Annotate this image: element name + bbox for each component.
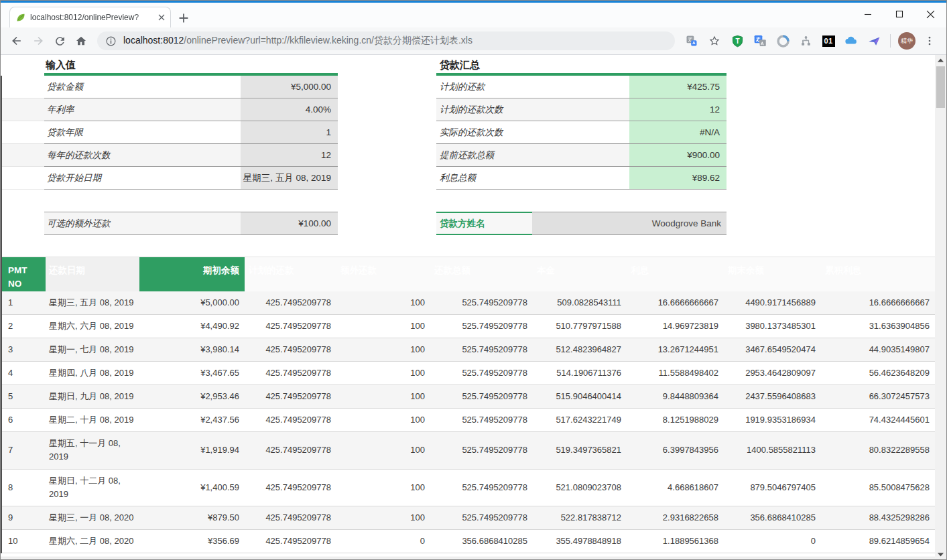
- shield-extension-icon[interactable]: T: [729, 32, 746, 50]
- cell-principal: 510.7797971588: [533, 314, 627, 338]
- extra-payment-label: 可选的额外还款: [44, 212, 241, 235]
- sitemap-extension-icon[interactable]: [797, 32, 814, 50]
- cell-interest: 2.9316822658: [627, 506, 724, 529]
- cell-cumulative-interest: 89.6214859654: [821, 530, 935, 553]
- cell-ending-balance: 4490.9171456889: [724, 291, 821, 315]
- cell-interest: 13.2671244951: [627, 338, 724, 361]
- row-gutter: [2, 76, 44, 98]
- row-gutter: [2, 98, 44, 121]
- cell-extra-payment: 100: [336, 385, 430, 409]
- cell-extra-payment: 100: [336, 291, 430, 315]
- menu-kebab-icon[interactable]: [921, 32, 938, 50]
- swirl-extension-icon[interactable]: [774, 32, 792, 50]
- profile-avatar[interactable]: 精华: [898, 32, 916, 50]
- cell-interest: 1.1889561368: [627, 530, 724, 553]
- back-button[interactable]: [6, 30, 27, 52]
- url-host: localhost:8012: [123, 35, 184, 46]
- cell-beginning-balance: ¥356.69: [139, 530, 245, 553]
- browser-tab[interactable]: localhost:8012/onlinePreview?: [9, 7, 171, 27]
- cell-pmt-no: 9: [2, 506, 46, 529]
- input-row-value: ¥5,000.00: [241, 76, 338, 98]
- input-section-title: 输入值: [46, 59, 76, 72]
- header-scheduled-payment: 计划的还款: [245, 257, 336, 291]
- cell-principal: 512.4823964827: [533, 338, 627, 361]
- cell-cumulative-interest: 16.6666666667: [821, 291, 935, 315]
- row-gutter: [2, 167, 44, 190]
- vertical-scrollbar[interactable]: [935, 55, 946, 560]
- cell-pmt-no: 4: [2, 361, 46, 384]
- schedule-row: 1 星期三, 五月 08, 2019 ¥5,000.00 425.7495209…: [2, 291, 935, 315]
- cell-payment-date: 星期日, 十二月 08, 2019: [46, 469, 139, 506]
- section-gap: [338, 121, 436, 144]
- google-translate-extension-icon[interactable]: [751, 32, 769, 50]
- maximize-button[interactable]: [883, 3, 915, 25]
- home-button[interactable]: [70, 30, 92, 52]
- cell-ending-balance: 879.5046797405: [724, 469, 821, 506]
- input-section-underline: [44, 73, 338, 76]
- cell-extra-payment: 100: [336, 361, 430, 384]
- tab-close-icon[interactable]: [158, 14, 165, 21]
- minimize-button[interactable]: [852, 3, 883, 25]
- scroll-thumb[interactable]: [936, 66, 945, 108]
- cell-cumulative-interest: 44.9035149807: [821, 338, 935, 361]
- cell-interest: 4.668618607: [627, 469, 724, 506]
- schedule-row: 9 星期三, 一月 08, 2020 ¥879.50 425.749520977…: [2, 506, 935, 529]
- leaf-favicon-icon: [15, 12, 26, 23]
- badge-01-extension-icon[interactable]: 01: [820, 32, 837, 50]
- close-button[interactable]: [915, 3, 946, 25]
- cell-ending-balance: 2953.4642809097: [724, 361, 821, 384]
- cell-pmt-no: 5: [2, 385, 46, 409]
- cell-ending-balance: 1919.9353186934: [724, 409, 821, 432]
- cell-beginning-balance: ¥3,467.65: [139, 361, 245, 384]
- summary-row-label: 计划的还款次数: [436, 98, 629, 121]
- cell-extra-payment: 100: [336, 432, 430, 469]
- cell-pmt-no: 7: [2, 432, 46, 469]
- cell-beginning-balance: ¥3,980.14: [139, 338, 245, 361]
- window-controls: [852, 3, 946, 25]
- bird-extension-icon[interactable]: [865, 32, 883, 50]
- cell-extra-payment: 100: [336, 506, 430, 529]
- input-row-label: 年利率: [44, 98, 241, 121]
- page-translate-icon[interactable]: [683, 32, 700, 50]
- schedule-row: 8 星期日, 十二月 08, 2019 ¥1,400.59 425.749520…: [2, 469, 935, 506]
- cell-principal: 515.9046400414: [533, 385, 627, 409]
- cell-pmt-no: 10: [2, 530, 46, 553]
- forward-button[interactable]: [27, 30, 49, 52]
- scroll-up-icon[interactable]: [935, 55, 946, 66]
- cell-total-payment: 525.7495209778: [430, 291, 533, 315]
- blank-row: [2, 190, 936, 212]
- cell-scheduled-payment: 425.7495209778: [245, 314, 336, 338]
- cell-total-payment: 525.7495209778: [430, 506, 533, 529]
- cell-ending-balance: 2437.5596408683: [724, 385, 821, 409]
- scroll-down-icon[interactable]: [935, 549, 946, 560]
- address-bar[interactable]: localhost:8012/onlinePreview?url=http://…: [97, 31, 675, 50]
- schedule-body: 1 星期三, 五月 08, 2019 ¥5,000.00 425.7495209…: [2, 291, 935, 553]
- cell-cumulative-interest: 88.4325298286: [821, 506, 935, 529]
- input-row-value: 12: [241, 144, 338, 167]
- section-gap: [338, 76, 436, 98]
- cell-scheduled-payment: 425.7495209778: [245, 469, 336, 506]
- cell-pmt-no: 2: [2, 314, 46, 338]
- summary-row-value: #N/A: [629, 121, 727, 144]
- cell-extra-payment: 100: [336, 314, 430, 338]
- bookmark-star-icon[interactable]: [706, 32, 723, 50]
- page-info-icon[interactable]: [105, 36, 117, 47]
- new-tab-button[interactable]: [176, 11, 192, 25]
- extra-payment-value: ¥100.00: [241, 212, 338, 235]
- summary-row-value: 12: [629, 98, 727, 121]
- cloud-extension-icon[interactable]: [842, 32, 860, 50]
- cell-principal: 521.0809023708: [533, 469, 627, 506]
- header-pmt-no: PMT NO: [2, 257, 46, 291]
- url-path: /onlinePreview?url=http://kkfileview.kek…: [184, 35, 472, 46]
- cell-cumulative-interest: 31.6363904856: [821, 314, 935, 338]
- amortization-table: PMT NO 还款日期 期初余额 计划的还款 额外还款 还款总额 本金 利息 期…: [2, 257, 935, 553]
- cell-pmt-no: 3: [2, 338, 46, 361]
- cell-beginning-balance: ¥5,000.00: [139, 291, 245, 315]
- cell-total-payment: 356.6868410285: [430, 530, 533, 553]
- cell-cumulative-interest: 74.4324445601: [821, 409, 935, 432]
- cell-pmt-no: 1: [2, 291, 46, 315]
- cell-payment-date: 星期五, 十一月 08, 2019: [46, 432, 139, 469]
- horizontal-scroll-area: [1, 557, 936, 560]
- reload-button[interactable]: [49, 30, 70, 52]
- svg-text:T: T: [735, 38, 740, 45]
